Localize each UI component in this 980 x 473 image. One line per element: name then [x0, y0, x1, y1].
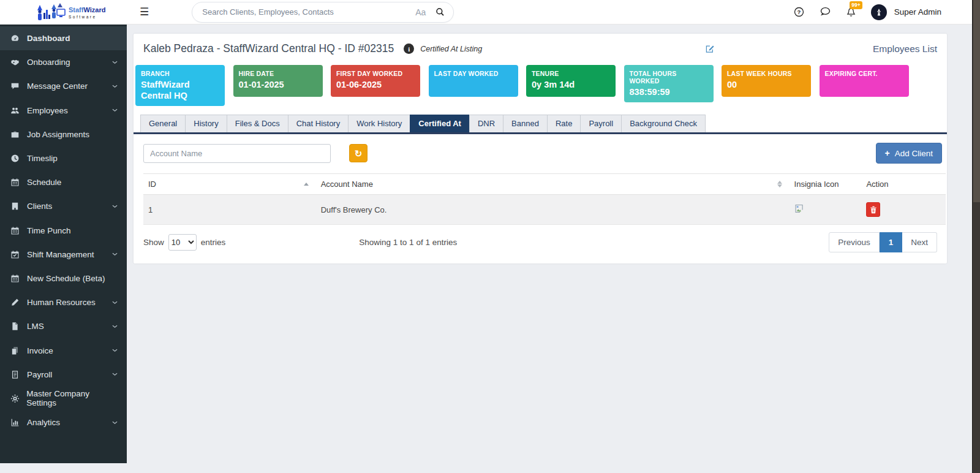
- logo-text-wizard: Wizard: [83, 6, 105, 13]
- entries-label: entries: [201, 238, 226, 247]
- tab-files-docs[interactable]: Files & Docs: [227, 115, 288, 132]
- notifications-bell-icon[interactable]: 99+: [846, 7, 856, 18]
- tabs-row: GeneralHistoryFiles & DocsChat HistoryWo…: [134, 115, 947, 134]
- stat-card-label: EXPIRING CERT.: [825, 70, 903, 77]
- stat-card-label: LAST WEEK HOURS: [727, 70, 805, 77]
- tab-rate[interactable]: Rate: [547, 115, 581, 132]
- sidebar-item-lms[interactable]: LMS: [0, 314, 127, 338]
- stat-card-expiring-cert: EXPIRING CERT.: [820, 65, 909, 97]
- tab-work-history[interactable]: Work History: [348, 115, 410, 132]
- info-icon[interactable]: i: [404, 44, 414, 54]
- employee-detail-card: Kaleb Pedraza - StaffWizard Central HQ -…: [134, 34, 947, 263]
- table-body: 1Duff's Brewery Co.: [143, 195, 946, 225]
- building-icon: [10, 202, 20, 211]
- sidebar-item-payroll[interactable]: Payroll: [0, 363, 127, 387]
- sidebar-item-master-company-settings[interactable]: Master Company Settings: [0, 387, 127, 411]
- add-client-label: Add Client: [895, 149, 933, 158]
- stat-card-hire-date: HIRE DATE01-01-2025: [233, 65, 323, 97]
- tab-payroll[interactable]: Payroll: [580, 115, 622, 132]
- column-header-insignia: Insignia Icon: [790, 174, 862, 195]
- messages-icon[interactable]: [819, 7, 831, 17]
- stat-card-branch: BRANCHStaffWizard Central HQ: [135, 65, 225, 106]
- sort-both-icon: [777, 181, 785, 187]
- column-header-id[interactable]: ID: [143, 174, 316, 195]
- sidebar-item-analytics[interactable]: Analytics: [0, 411, 127, 434]
- logo-text-staff: Staff: [69, 6, 83, 13]
- sidebar-item-message-center[interactable]: Message Center: [0, 74, 127, 98]
- staffwizard-logo[interactable]: StaffWizard Software: [0, 0, 127, 25]
- account-name-filter-input[interactable]: [143, 144, 331, 163]
- sidebar-item-new-schedule-beta[interactable]: New Schedule (Beta): [0, 267, 127, 290]
- tab-general[interactable]: General: [140, 115, 186, 132]
- help-icon[interactable]: ?: [794, 7, 804, 17]
- chevron-down-icon: [112, 205, 118, 208]
- sidebar-item-dashboard[interactable]: Dashboard: [0, 26, 127, 50]
- logo-subtext: Software: [69, 15, 105, 20]
- chevron-down-icon: [112, 85, 118, 88]
- add-client-button[interactable]: + Add Client: [876, 143, 942, 164]
- tab-chat-history[interactable]: Chat History: [288, 115, 349, 132]
- chevron-down-icon: [112, 421, 118, 425]
- edit-icon[interactable]: [705, 44, 715, 53]
- file-icon: [10, 322, 20, 331]
- broken-image-icon: [794, 206, 805, 215]
- sidebar-item-human-resources[interactable]: Human Resources: [0, 290, 127, 314]
- pagination-page-1-button[interactable]: 1: [880, 232, 903, 252]
- tab-history[interactable]: History: [185, 115, 227, 132]
- calendar-icon: [10, 273, 20, 283]
- pagination-previous-button[interactable]: Previous: [829, 232, 880, 252]
- sidebar-item-schedule[interactable]: Schedule: [0, 170, 127, 194]
- refresh-icon[interactable]: ↻: [349, 144, 368, 162]
- font-size-toggle[interactable]: Aa: [415, 7, 426, 17]
- file-text-icon: [10, 369, 20, 379]
- pagination-next-button[interactable]: Next: [902, 232, 937, 252]
- handshake-icon: [10, 58, 20, 67]
- chevron-down-icon: [112, 373, 118, 376]
- menu-toggle-icon[interactable]: ☰: [140, 7, 149, 17]
- stat-card-value: StaffWizard Central HQ: [141, 79, 219, 101]
- sidebar-item-timeslip[interactable]: Timeslip: [0, 146, 127, 170]
- cell-id: 1: [143, 195, 316, 225]
- vertical-scrollbar[interactable]: [972, 0, 980, 473]
- sidebar-item-employees[interactable]: Employees: [0, 99, 127, 123]
- sidebar-item-clients[interactable]: Clients: [0, 194, 127, 218]
- table-toolbar: ↻ + Add Client: [134, 134, 947, 168]
- copy-icon: [10, 346, 20, 355]
- stat-card-tenure: TENURE0y 3m 14d: [526, 65, 616, 97]
- plus-icon: +: [885, 148, 890, 158]
- scrollbar-thumb[interactable]: [973, 0, 980, 202]
- employees-list-link[interactable]: Employees List: [873, 44, 937, 55]
- stat-card-value: 01-06-2025: [336, 79, 415, 90]
- sidebar-item-onboarding[interactable]: Onboarding: [0, 50, 127, 74]
- stat-card-label: BRANCH: [141, 70, 219, 77]
- tab-banned[interactable]: Banned: [503, 115, 548, 132]
- user-menu[interactable]: Super Admin: [894, 7, 941, 17]
- avatar[interactable]: [871, 4, 887, 20]
- table-header-row: ID Account Name Insignia Icon Action: [143, 174, 946, 195]
- global-search-bar: Aa: [192, 2, 454, 23]
- sidebar-item-invoice[interactable]: Invoice: [0, 338, 127, 362]
- tab-dnr[interactable]: DNR: [469, 115, 503, 132]
- sidebar-item-shift-management[interactable]: Shift Management: [0, 243, 127, 267]
- search-icon[interactable]: [435, 7, 445, 17]
- users-icon: [10, 105, 20, 115]
- clock-icon: [10, 154, 20, 164]
- notification-count-badge: 99+: [850, 1, 862, 9]
- column-header-account-name[interactable]: Account Name: [316, 174, 790, 195]
- tab-certified-at[interactable]: Certified At: [410, 115, 470, 132]
- delete-button[interactable]: [866, 202, 880, 217]
- search-input[interactable]: [202, 7, 415, 17]
- sidebar-item-time-punch[interactable]: Time Punch: [0, 219, 127, 243]
- chevron-down-icon: [112, 349, 118, 352]
- tab-background-check[interactable]: Background Check: [621, 115, 706, 132]
- chevron-down-icon: [112, 325, 118, 328]
- sidebar-item-job-assignments[interactable]: Job Assignments: [0, 123, 127, 146]
- stat-card-label: LAST DAY WORKED: [434, 70, 513, 77]
- chevron-down-icon: [112, 252, 118, 256]
- stat-card-total-hours-worked: TOTAL HOURS WORKED838:59:59: [624, 65, 714, 102]
- table-row: 1Duff's Brewery Co.: [143, 195, 946, 225]
- page-size-select[interactable]: 10: [168, 234, 197, 251]
- chevron-down-icon: [112, 61, 118, 64]
- dashboard-icon: [10, 34, 20, 44]
- pencil-icon: [10, 298, 20, 308]
